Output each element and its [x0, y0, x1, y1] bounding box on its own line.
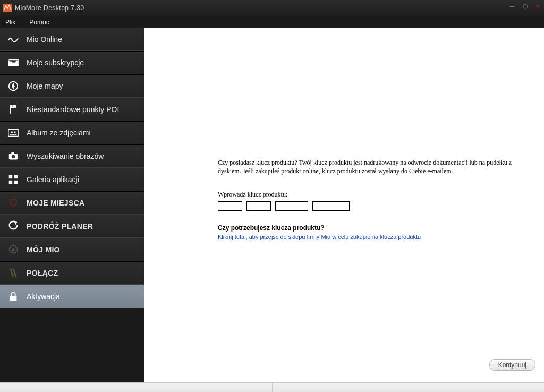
activation-intro-text: Czy posiadasz klucz produktu? Twój klucz…	[218, 158, 523, 175]
sidebar-item-label: MOJE MIEJSCA	[27, 199, 84, 207]
svg-point-7	[12, 155, 15, 158]
need-key-heading: Czy potrzebujesz klucza produktu?	[218, 224, 523, 232]
menu-file[interactable]: Plik	[2, 18, 19, 27]
people-frame-icon	[6, 126, 20, 140]
camera-icon	[6, 149, 20, 163]
svg-rect-11	[14, 181, 18, 184]
gear-icon	[6, 243, 20, 257]
product-key-part-3[interactable]	[275, 201, 308, 211]
status-cell-right	[273, 383, 545, 392]
compass-icon	[6, 79, 20, 93]
sidebar-item-my-places[interactable]: MOJE MIEJSCA	[0, 191, 144, 215]
svg-rect-10	[9, 181, 12, 184]
content-footer: Kontynuuj	[489, 359, 536, 371]
activation-panel: Czy posiadasz klucz produktu? Twój klucz…	[218, 158, 523, 241]
svg-rect-6	[11, 152, 14, 155]
sidebar-item-label: MÓJ MIO	[27, 245, 60, 254]
sidebar-item-label: PODRÓŻ PLANER	[27, 222, 93, 231]
statusbar	[0, 382, 544, 392]
window-title: MioMore Desktop 7.30	[15, 4, 84, 12]
sidebar-item-my-maps[interactable]: Moje mapy	[0, 74, 144, 98]
sync-slash-icon	[6, 266, 20, 280]
product-key-part-4[interactable]	[312, 201, 350, 211]
sidebar-item-label: Moje subskrypcje	[27, 58, 84, 67]
app-window: MioMore Desktop 7.30 — ▢ ✕ Plik Pomoc Mi…	[0, 0, 544, 392]
sidebar-item-subscriptions[interactable]: Moje subskrypcje	[0, 51, 144, 74]
envelope-icon	[6, 56, 20, 70]
continue-button[interactable]: Kontynuuj	[489, 359, 536, 371]
info-flag-icon: i	[6, 103, 20, 116]
svg-rect-13	[10, 296, 17, 301]
sidebar-item-label: Album ze zdjęciami	[27, 129, 91, 137]
window-controls: — ▢ ✕	[508, 2, 542, 10]
enter-key-label: Wprowadź klucz produktu:	[218, 190, 523, 199]
sidebar-item-custom-poi[interactable]: i Niestandardowe punkty POI	[0, 98, 144, 121]
product-key-part-1[interactable]	[218, 201, 242, 211]
lock-icon	[6, 289, 20, 303]
grid-icon	[6, 173, 20, 186]
sidebar-item-label: Niestandardowe punkty POI	[27, 105, 119, 114]
sidebar-empty	[0, 308, 144, 382]
svg-point-12	[12, 248, 15, 251]
product-key-fields	[218, 201, 523, 211]
sidebar-item-activation[interactable]: Aktywacja	[0, 285, 144, 308]
status-cell-left	[0, 383, 273, 392]
app-body: Mio Online Moje subskrypcje Moje mapy i …	[0, 28, 544, 382]
shop-link[interactable]: Kliknij tutaj, aby przejść do sklepu fir…	[218, 233, 421, 241]
sidebar-item-label: Mio Online	[27, 35, 62, 44]
svg-rect-8	[9, 175, 12, 178]
route-arrow-icon	[6, 219, 20, 233]
svg-point-3	[11, 131, 13, 133]
sidebar-item-label: Galeria aplikacji	[27, 175, 79, 184]
sidebar-item-label: Moje mapy	[27, 82, 63, 90]
minimize-button[interactable]: —	[508, 2, 516, 10]
app-icon	[3, 4, 12, 12]
sidebar-item-label: POŁĄCZ	[27, 269, 58, 277]
squiggle-icon	[6, 32, 20, 46]
sidebar-item-app-gallery[interactable]: Galeria aplikacji	[0, 168, 144, 191]
sidebar-item-trip-planner[interactable]: PODRÓŻ PLANER	[0, 215, 144, 238]
sidebar-item-label: Wyszukiwanie obrazów	[27, 152, 104, 160]
content-pane: Czy posiadasz klucz produktu? Twój klucz…	[144, 28, 544, 382]
svg-point-4	[14, 131, 16, 133]
titlebar: MioMore Desktop 7.30 — ▢ ✕	[0, 0, 544, 16]
sidebar: Mio Online Moje subskrypcje Moje mapy i …	[0, 28, 144, 382]
close-button[interactable]: ✕	[533, 2, 542, 10]
maximize-button[interactable]: ▢	[521, 2, 529, 10]
menu-help[interactable]: Pomoc	[26, 18, 52, 27]
sidebar-item-my-mio[interactable]: MÓJ MIO	[0, 238, 144, 261]
sidebar-item-label: Aktywacja	[27, 292, 60, 301]
sidebar-item-connect[interactable]: POŁĄCZ	[0, 261, 144, 285]
menubar: Plik Pomoc	[0, 16, 544, 28]
sidebar-item-image-search[interactable]: Wyszukiwanie obrazów	[0, 144, 144, 168]
svg-rect-9	[14, 175, 18, 178]
heart-icon	[6, 196, 20, 210]
product-key-part-2[interactable]	[246, 201, 271, 211]
sidebar-item-mio-online[interactable]: Mio Online	[0, 28, 144, 51]
sidebar-item-photo-album[interactable]: Album ze zdjęciami	[0, 121, 144, 144]
